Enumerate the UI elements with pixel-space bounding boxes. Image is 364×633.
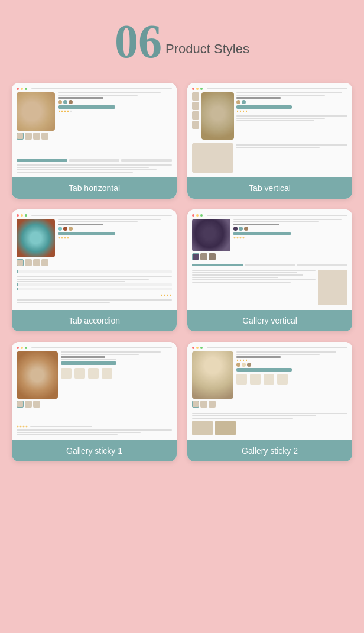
card-preview-gallery-vertical (187, 209, 352, 310)
product-styles-grid: Tab horizontal (12, 83, 352, 461)
card-tab-horizontal: Tab horizontal (12, 83, 177, 199)
card-tab-vertical: Tab vertical (187, 83, 352, 199)
card-preview-tab-vertical (187, 83, 352, 177)
card-preview-gallery-sticky-2 (187, 342, 352, 440)
header-number: 06 (115, 18, 162, 65)
card-label-gallery-sticky-2: Gallery sticky 2 (187, 440, 352, 461)
card-label-tab-accordion: Tab accordion (12, 310, 177, 331)
card-gallery-sticky-1: Gallery sticky 1 (12, 342, 177, 461)
card-label-gallery-vertical: Gallery vertical (187, 310, 352, 331)
card-label-gallery-sticky-1: Gallery sticky 1 (12, 440, 177, 461)
card-gallery-vertical: Gallery vertical (187, 209, 352, 331)
card-preview-tab-accordion (12, 209, 177, 310)
card-label-tab-vertical: Tab vertical (187, 177, 352, 199)
card-tab-accordion: Tab accordion (12, 209, 177, 331)
card-label-tab-horizontal: Tab horizontal (12, 177, 177, 199)
card-gallery-sticky-2: Gallery sticky 2 (187, 342, 352, 461)
card-preview-gallery-sticky-1 (12, 342, 177, 440)
page-header: 06 Product Styles (115, 18, 249, 65)
card-preview-tab-horizontal (12, 83, 177, 177)
header-subtitle: Product Styles (165, 41, 249, 57)
